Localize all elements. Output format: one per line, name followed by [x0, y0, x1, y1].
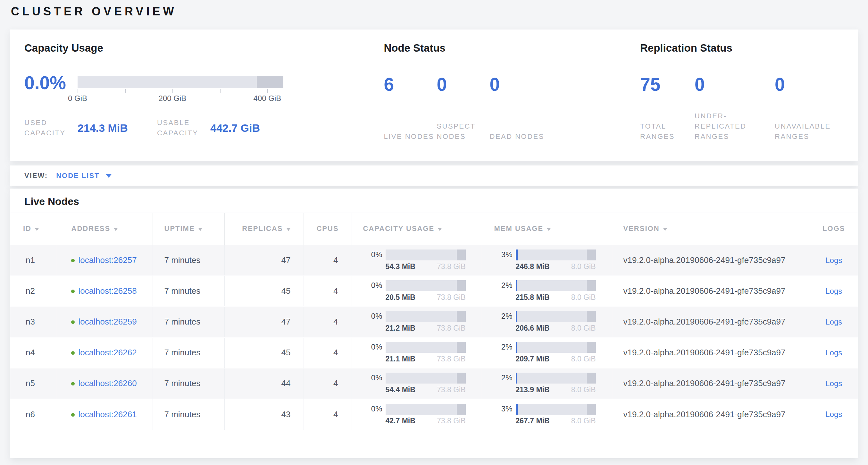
node-status-title: Node Status [384, 41, 640, 55]
node-mem-usage: 2% 206.6 MiB8.0 GiB [482, 307, 612, 337]
column-header-replicas[interactable]: REPLICAS [224, 213, 304, 245]
dead-nodes-value: 0 [490, 73, 547, 95]
mem-percent-label: 2% [493, 280, 513, 290]
sort-desc-icon [35, 228, 39, 231]
node-id: n1 [10, 245, 57, 276]
column-header-version[interactable]: VERSION [612, 213, 810, 245]
view-dropdown-value[interactable]: NODE LIST [56, 172, 99, 180]
mem-total-value: 8.0 GiB [571, 416, 596, 425]
node-address-link[interactable]: localhost:26257 [79, 255, 137, 265]
node-replicas: 43 [224, 399, 304, 430]
node-logs-link[interactable]: Logs [825, 318, 842, 326]
node-uptime: 7 minutes [153, 276, 224, 307]
node-address-link[interactable]: localhost:26260 [79, 378, 137, 388]
table-header-row: ID ADDRESS UPTIME REPLICAS CPUS CAPACITY… [10, 213, 858, 245]
total-ranges-value: 75 [640, 73, 694, 95]
mem-bar-fill [516, 373, 517, 383]
node-uptime: 7 minutes [153, 399, 224, 430]
chevron-down-icon [105, 174, 112, 178]
replication-status-title: Replication Status [640, 41, 844, 55]
mem-percent-label: 2% [493, 311, 513, 321]
sort-desc-icon [663, 228, 668, 231]
dead-nodes-stat: 0 DEAD NODES [490, 73, 547, 142]
column-header-uptime[interactable]: UPTIME [153, 213, 224, 245]
capacity-bar [385, 342, 466, 353]
capacity-bar-reserved [457, 311, 466, 322]
live-nodes-table: ID ADDRESS UPTIME REPLICAS CPUS CAPACITY… [10, 213, 858, 430]
node-address-link[interactable]: localhost:26262 [79, 348, 137, 357]
node-capacity-usage: 0% 42.7 MiB73.8 GiB [352, 399, 482, 430]
node-version: v19.2.0-alpha.20190606-2491-gfe735c9a97 [612, 368, 810, 399]
node-status-section: Node Status 6 LIVE NODES 0 SUSPECT NODES… [384, 41, 640, 161]
node-capacity-usage: 0% 21.1 MiB73.8 GiB [352, 337, 482, 368]
view-dropdown[interactable]: NODE LIST [56, 172, 112, 180]
replication-status-section: Replication Status 75 TOTAL RANGES 0 UND… [640, 41, 844, 161]
node-live-dot [71, 259, 75, 262]
mem-bar [516, 342, 596, 353]
node-address-link[interactable]: localhost:26258 [79, 286, 137, 296]
node-capacity-usage: 0% 20.5 MiB73.8 GiB [352, 276, 482, 307]
column-header-mem-usage[interactable]: MEM USAGE [482, 213, 612, 245]
mem-bar-fill [516, 250, 518, 260]
cluster-overview-page: CLUSTER OVERVIEW Capacity Usage 0.0% 0 G… [0, 0, 868, 458]
sort-desc-icon [437, 228, 442, 231]
node-logs-link[interactable]: Logs [825, 256, 842, 265]
capacity-used-value: 21.1 MiB [385, 355, 415, 364]
node-capacity-usage: 0% 54.4 MiB73.8 GiB [352, 368, 482, 399]
node-address-link[interactable]: localhost:26261 [79, 409, 137, 419]
node-cpus: 4 [304, 307, 352, 337]
node-id: n2 [10, 276, 57, 307]
mem-used-value: 267.7 MiB [516, 416, 550, 425]
under-replicated-ranges-label: UNDER-REPLICATED RANGES [694, 111, 753, 142]
mem-bar-reserved [587, 250, 596, 260]
node-replicas: 44 [224, 368, 304, 399]
live-nodes-value: 6 [384, 73, 437, 95]
node-live-dot [71, 382, 75, 385]
column-header-id[interactable]: ID [10, 213, 57, 245]
mem-bar [516, 311, 596, 322]
node-version: v19.2.0-alpha.20190606-2491-gfe735c9a97 [612, 245, 810, 276]
capacity-percent-label: 0% [363, 373, 382, 382]
mem-percent-label: 2% [493, 373, 513, 382]
capacity-total-value: 73.8 GiB [437, 416, 466, 425]
capacity-axis-ticks [78, 88, 283, 93]
live-nodes-stat: 6 LIVE NODES [384, 73, 437, 142]
capacity-used-value: 20.5 MiB [385, 293, 415, 302]
table-row: n1 localhost:26257 7 minutes 47 4 0% 54.… [10, 245, 858, 276]
node-logs-link[interactable]: Logs [825, 410, 842, 418]
node-address-link[interactable]: localhost:26259 [79, 317, 137, 326]
capacity-bar-reserved [457, 280, 466, 291]
view-bar: VIEW: NODE LIST [10, 166, 858, 186]
node-logs-link[interactable]: Logs [825, 287, 842, 295]
capacity-total-value: 73.8 GiB [437, 324, 466, 332]
node-cpus: 4 [304, 368, 352, 399]
column-header-capacity-usage[interactable]: CAPACITY USAGE [352, 213, 482, 245]
node-version: v19.2.0-alpha.20190606-2491-gfe735c9a97 [612, 399, 810, 430]
capacity-bar-reserved [457, 373, 466, 383]
sort-desc-icon [547, 228, 551, 231]
node-logs-link[interactable]: Logs [825, 348, 842, 357]
table-row: n5 localhost:26260 7 minutes 44 4 0% 54.… [10, 368, 858, 399]
node-capacity-usage: 0% 21.2 MiB73.8 GiB [352, 307, 482, 337]
under-replicated-ranges-value: 0 [694, 73, 775, 95]
mem-bar [516, 373, 596, 383]
mem-percent-label: 3% [493, 404, 513, 413]
node-version: v19.2.0-alpha.20190606-2491-gfe735c9a97 [612, 307, 810, 337]
mem-bar-reserved [587, 342, 596, 353]
capacity-bar [385, 404, 466, 415]
capacity-percent-label: 0% [363, 280, 382, 290]
capacity-used-value: 54.3 MiB [385, 262, 415, 271]
capacity-percent-label: 0% [363, 404, 382, 413]
node-uptime: 7 minutes [153, 368, 224, 399]
node-replicas: 47 [224, 307, 304, 337]
node-logs-link[interactable]: Logs [825, 379, 842, 388]
capacity-gauge: 0.0% 0 GiB 200 GiB 400 GiB [24, 73, 384, 104]
column-header-address[interactable]: ADDRESS [57, 213, 153, 245]
mem-bar [516, 250, 596, 260]
page-title: CLUSTER OVERVIEW [11, 4, 858, 19]
node-live-dot [71, 413, 75, 416]
node-mem-usage: 2% 213.9 MiB8.0 GiB [482, 368, 612, 399]
node-uptime: 7 minutes [153, 307, 224, 337]
mem-bar-fill [516, 311, 517, 322]
column-header-logs: LOGS [810, 213, 858, 245]
